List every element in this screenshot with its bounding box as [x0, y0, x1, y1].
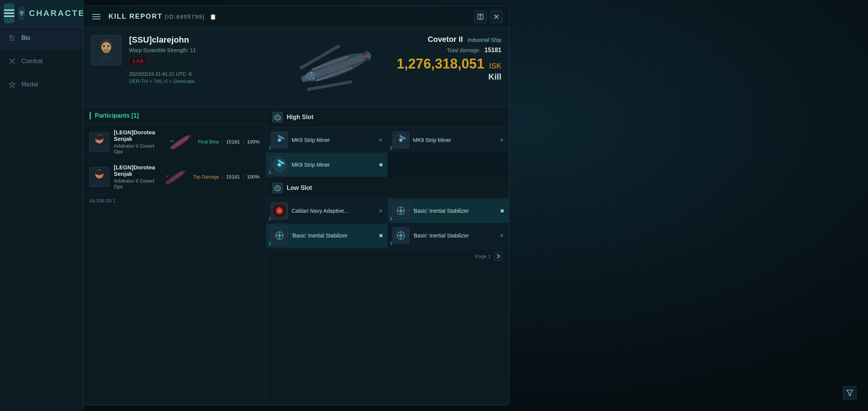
character-vitruvian-icon: ♆: [18, 6, 25, 20]
slot-item-low-1[interactable]: 1 Caldari Navy Adaptive... ✕: [266, 199, 388, 223]
total-damage-label: Total damage:: [447, 47, 480, 53]
svg-point-47: [95, 170, 103, 175]
svg-rect-3: [10, 38, 15, 39]
slot-item-icon-high-2: [393, 132, 409, 148]
pipe-4: |: [243, 174, 246, 180]
slot-item-close-low-4[interactable]: ✕: [499, 233, 504, 239]
svg-marker-7: [9, 81, 15, 88]
svg-point-73: [278, 209, 281, 212]
sidebar-item-combat[interactable]: Combat: [0, 50, 83, 73]
victim-location: ÚER-TH < 74IL-0 < Geminate: [129, 78, 275, 84]
sidebar-item-medal[interactable]: Medal: [0, 73, 83, 96]
chevron-right-icon: [496, 254, 500, 258]
slot-item-close-low-1[interactable]: ✕: [378, 208, 383, 214]
slot-item-high-1[interactable]: 1 MK9 Strip Miner ✕: [266, 128, 388, 152]
slot-item-icon-high-3: [271, 156, 288, 173]
svg-point-42: [177, 148, 180, 149]
victim-warp-scramble: Warp Scramble Strength: 11: [129, 47, 275, 53]
slot-item-high-3[interactable]: 1 MK9 Strip Miner ■: [266, 153, 388, 177]
pagination-bar: Page 1: [266, 248, 509, 264]
slot-item-person-low-3: ■: [379, 232, 383, 239]
ship-class: Industrial Ship: [468, 37, 501, 43]
kill-stats: Covetor II Industrial Ship Total damage:…: [397, 35, 501, 99]
slot-qty-high-1: 1: [269, 145, 271, 150]
low-slot-grid: 1 Caldari Navy Adaptive... ✕ 1: [266, 198, 509, 248]
victim-portrait: [91, 35, 121, 65]
slot-item-close-high-2[interactable]: ✕: [499, 137, 504, 143]
character-sidebar: ♆ CHARACTER Bio Combat Medal: [0, 0, 84, 411]
slot-item-name-low-2: 'Basic' Inertial Stabilizer: [413, 208, 497, 214]
svg-point-63: [400, 139, 402, 141]
slot-item-name-high-2: MK9 Strip Miner: [413, 137, 496, 143]
svg-point-67: [278, 164, 281, 166]
slot-item-low-3[interactable]: 1 'Basic' Inertial Stabilizer ■: [266, 223, 388, 248]
ship-image-container: [282, 35, 389, 99]
slot-qty-low-3: 1: [269, 241, 271, 245]
pipe-1: |: [222, 139, 225, 145]
slot-item-icon-low-2: [393, 202, 409, 219]
damage-1: 15181: [226, 139, 240, 145]
combat-icon: [8, 57, 17, 66]
participant-ship-2: Arbitrator II Covert Ops: [114, 178, 159, 190]
svg-point-41: [170, 140, 174, 142]
high-slot-icon: [272, 112, 283, 123]
slot-qty-low-2: 1: [390, 216, 393, 221]
modal-header: KILL REPORT [ID:6805799] 📋: [83, 6, 509, 27]
slot-item-name-low-1: Caldari Navy Adaptive...: [292, 208, 375, 214]
filter-button[interactable]: [843, 386, 857, 400]
victim-info: [SSU]clarejohn Warp Scramble Strength: 1…: [129, 35, 275, 99]
isk-label: ISK: [489, 62, 501, 70]
svg-rect-0: [10, 35, 12, 38]
modal-title-id: [ID:6805799]: [165, 14, 205, 20]
hamburger-line-2: [4, 13, 14, 14]
participant-row-2[interactable]: [LEGN]Dorotea Senjak Arbitrator II Cover…: [83, 159, 266, 194]
slot-item-name-low-3: 'Basic' Inertial Stabilizer: [292, 233, 375, 239]
participant-stats-2: Top Damage | 15181 | 100%: [193, 174, 260, 180]
svg-point-18: [103, 49, 110, 53]
modal-export-button[interactable]: [474, 10, 487, 23]
kill-type-label: Kill: [488, 72, 501, 81]
svg-marker-89: [847, 390, 853, 396]
sidebar-menu-button[interactable]: [4, 3, 14, 23]
victim-name: [SSU]clarejohn: [129, 35, 275, 45]
participant-ship-icon-1: [169, 135, 193, 149]
sidebar-top-bar: ♆ CHARACTER: [0, 0, 83, 27]
svg-rect-2: [13, 37, 15, 38]
svg-rect-24: [307, 80, 353, 91]
bio-icon: [8, 33, 17, 43]
high-slot-grid: 1 MK9 Strip Miner ✕ 1: [266, 127, 509, 177]
modal-menu-line-1: [92, 14, 101, 15]
slot-item-low-4[interactable]: 1 'Basic' Inertial Stabilizer ✕: [388, 223, 509, 248]
slot-qty-low-4: 1: [390, 241, 393, 245]
svg-point-38: [95, 135, 103, 140]
slot-item-high-2[interactable]: 1 MK9 Strip Miner ✕: [388, 128, 509, 152]
modal-menu-line-3: [92, 19, 101, 19]
sidebar-item-bio[interactable]: Bio: [0, 27, 83, 50]
low-slot-icon: [272, 183, 283, 193]
two-col-layout: Participants [1] [LEGN]Dorotea Senjak Ar…: [83, 107, 509, 405]
slot-item-close-high-1[interactable]: ✕: [378, 137, 383, 143]
slot-qty-low-1: 1: [269, 216, 271, 221]
modal-menu-button[interactable]: [89, 10, 103, 24]
modal-title: KILL REPORT [ID:6805799] 📋: [108, 13, 469, 21]
sidebar-medal-label: Medal: [21, 81, 38, 88]
participants-column: Participants [1] [LEGN]Dorotea Senjak Ar…: [83, 107, 266, 405]
participant-portrait-2: [89, 167, 109, 187]
pagination-next-button[interactable]: [494, 252, 503, 261]
total-damage-value: 15181: [485, 47, 502, 53]
modal-title-text: KILL REPORT: [108, 13, 163, 20]
pct-2: 100%: [247, 174, 260, 180]
sidebar-bio-label: Bio: [21, 35, 30, 41]
participant-stats-1: Final Blow | 15181 | 100%: [198, 139, 260, 145]
svg-point-51: [172, 183, 176, 184]
close-icon: [494, 14, 499, 19]
svg-rect-1: [13, 35, 15, 36]
svg-marker-69: [276, 186, 279, 190]
modal-close-button[interactable]: [490, 10, 503, 23]
victim-date: 2022/02/19 21:41:21 UTC -6: [129, 71, 275, 77]
participants-header: Participants [1]: [83, 107, 266, 124]
slot-qty-high-3: 1: [269, 170, 271, 175]
low-slot-header: Low Slot: [266, 178, 509, 198]
slot-item-low-2[interactable]: 1 'Basic' Inertial Stabilizer ■: [388, 199, 509, 223]
participant-row[interactable]: [LEGN]Dorotea Senjak Arbitrator II Cover…: [83, 124, 266, 159]
